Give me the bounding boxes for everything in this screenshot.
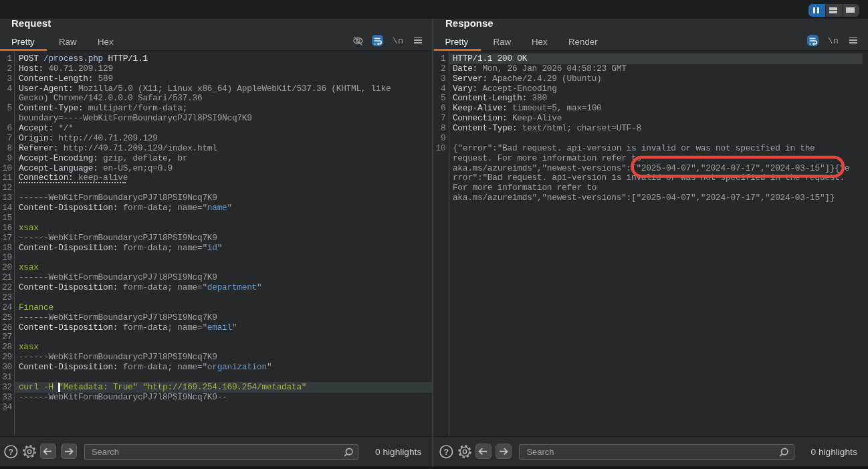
svg-text:?: ? xyxy=(8,447,13,456)
svg-text:?: ? xyxy=(443,447,449,456)
